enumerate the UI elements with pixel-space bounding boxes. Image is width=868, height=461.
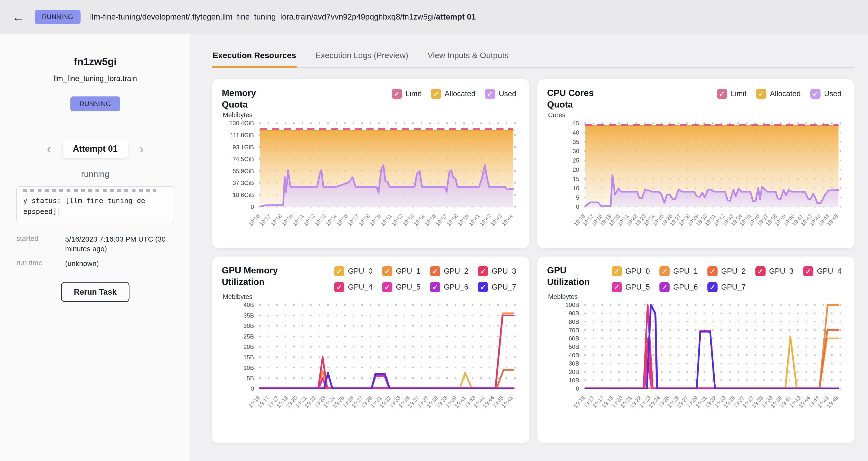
legend-item-gpu_1[interactable]: ✓GPU_1 <box>382 266 421 276</box>
gpu-memory-utilization-plot: 05B10B15B20B25B30B35B40B19:1619:1719:171… <box>222 301 520 419</box>
legend-item-gpu_6[interactable]: ✓GPU_6 <box>659 282 698 292</box>
svg-text:15B: 15B <box>244 354 254 361</box>
chart-title: GPU Utilization <box>547 265 590 288</box>
svg-text:19:34: 19:34 <box>412 213 426 227</box>
svg-text:0: 0 <box>251 385 254 392</box>
svg-text:19:16: 19:16 <box>247 213 261 227</box>
svg-text:20: 20 <box>572 166 579 173</box>
svg-text:19:44: 19:44 <box>500 213 514 227</box>
svg-text:19:23: 19:23 <box>313 213 327 227</box>
svg-text:20B: 20B <box>244 344 254 350</box>
legend-item-gpu_4[interactable]: ✓GPU_4 <box>803 266 841 276</box>
legend-item-gpu_3[interactable]: ✓GPU_3 <box>478 266 516 276</box>
prev-attempt-icon[interactable]: ‹ <box>47 142 51 155</box>
next-attempt-icon[interactable]: › <box>140 142 144 155</box>
checkbox-checked-icon[interactable]: ✓ <box>717 89 727 99</box>
checkbox-checked-icon[interactable]: ✓ <box>392 89 402 99</box>
legend-item-gpu_7[interactable]: ✓GPU_7 <box>478 282 516 292</box>
svg-text:30B: 30B <box>569 360 579 367</box>
checkbox-checked-icon[interactable]: ✓ <box>334 282 344 292</box>
status-badge: RUNNING <box>35 10 81 24</box>
checkbox-checked-icon[interactable]: ✓ <box>478 282 488 292</box>
svg-text:30B: 30B <box>244 322 254 329</box>
legend-label: Limit <box>406 89 421 98</box>
checkbox-checked-icon[interactable]: ✓ <box>478 266 488 276</box>
legend-item-allocated[interactable]: ✓Allocated <box>756 89 801 99</box>
legend-label: GPU_1 <box>396 267 421 276</box>
checkbox-checked-icon[interactable]: ✓ <box>707 266 717 276</box>
log-line: epspeed]| <box>23 206 167 217</box>
breadcrumb-path: llm-fine-tuning/development/.flytegen.ll… <box>90 12 436 21</box>
checkbox-checked-icon[interactable]: ✓ <box>612 266 622 276</box>
checkbox-checked-icon[interactable]: ✓ <box>755 266 766 276</box>
legend-label: GPU_6 <box>673 283 698 291</box>
checkbox-checked-icon[interactable]: ✓ <box>431 89 441 99</box>
chart-card-memory-quota: Memory Quota✓Limit✓Allocated✓UsedMebibyt… <box>212 79 529 248</box>
chart-card-gpu-memory-utilization: GPU Memory Utilization✓GPU_0✓GPU_1✓GPU_2… <box>212 256 529 443</box>
legend-item-used[interactable]: ✓Used <box>485 89 516 99</box>
legend-item-used[interactable]: ✓Used <box>810 89 841 99</box>
checkbox-checked-icon[interactable]: ✓ <box>659 282 670 292</box>
legend-label: Allocated <box>444 89 475 98</box>
svg-text:19:27: 19:27 <box>346 213 360 227</box>
legend-item-gpu_5[interactable]: ✓GPU_5 <box>382 282 421 292</box>
legend-item-gpu_6[interactable]: ✓GPU_6 <box>430 282 468 292</box>
tab-view-inputs-outputs[interactable]: View Inputs & Outputs <box>427 48 509 67</box>
svg-text:45: 45 <box>572 120 579 127</box>
svg-text:35B: 35B <box>244 312 254 319</box>
legend-label: GPU_5 <box>625 283 650 291</box>
legend-item-gpu_0[interactable]: ✓GPU_0 <box>612 266 650 276</box>
back-arrow-icon[interactable]: ← <box>11 10 25 24</box>
legend-label: GPU_7 <box>492 283 516 291</box>
gpu-utilization-plot: 010B20B30B40B50B60B70B80B90B100B19:1619:… <box>547 301 845 419</box>
rerun-task-button[interactable]: Rerun Task <box>61 282 129 302</box>
svg-text:19:43: 19:43 <box>490 213 503 227</box>
tabs: Execution ResourcesExecution Logs (Previ… <box>212 48 855 68</box>
clipped-log-line <box>23 189 156 192</box>
legend-item-gpu_7[interactable]: ✓GPU_7 <box>707 282 746 292</box>
checkbox-checked-icon[interactable]: ✓ <box>707 282 717 292</box>
checkbox-checked-icon[interactable]: ✓ <box>382 266 392 276</box>
legend-item-limit[interactable]: ✓Limit <box>392 89 421 99</box>
checkbox-checked-icon[interactable]: ✓ <box>659 266 670 276</box>
legend-label: GPU_5 <box>396 283 421 291</box>
checkbox-checked-icon[interactable]: ✓ <box>382 282 392 292</box>
log-snippet[interactable]: y status: [llm-fine-tuning-de epspeed]| <box>17 186 174 223</box>
checkbox-checked-icon[interactable]: ✓ <box>756 89 766 99</box>
tab-execution-resources[interactable]: Execution Resources <box>212 48 297 67</box>
attempt-phase: running <box>13 169 177 179</box>
svg-text:0: 0 <box>251 204 254 210</box>
attempt-selector[interactable]: Attempt 01 <box>63 140 128 158</box>
legend-item-gpu_1[interactable]: ✓GPU_1 <box>659 266 698 276</box>
legend-item-gpu_0[interactable]: ✓GPU_0 <box>334 266 373 276</box>
svg-text:19:38: 19:38 <box>445 213 459 227</box>
legend-item-gpu_5[interactable]: ✓GPU_5 <box>612 282 650 292</box>
svg-text:15: 15 <box>572 176 579 182</box>
legend-item-limit[interactable]: ✓Limit <box>717 89 746 99</box>
tab-execution-logs-preview-[interactable]: Execution Logs (Preview) <box>315 48 409 67</box>
chart-card-cpu-cores-quota: CPU Cores Quota✓Limit✓Allocated✓UsedCore… <box>537 79 855 248</box>
runtime-value: (unknown) <box>65 259 174 269</box>
svg-text:0: 0 <box>576 385 579 392</box>
checkbox-checked-icon[interactable]: ✓ <box>485 89 495 99</box>
checkbox-checked-icon[interactable]: ✓ <box>430 266 440 276</box>
legend-label: GPU_3 <box>492 267 516 276</box>
checkbox-checked-icon[interactable]: ✓ <box>334 266 344 276</box>
legend-label: GPU_7 <box>721 283 746 291</box>
svg-text:5B: 5B <box>247 375 254 381</box>
legend-item-gpu_2[interactable]: ✓GPU_2 <box>707 266 746 276</box>
legend-item-allocated[interactable]: ✓Allocated <box>431 89 475 99</box>
legend-label: GPU_4 <box>817 267 841 276</box>
chart-legend: ✓GPU_0✓GPU_1✓GPU_2✓GPU_3✓GPU_4✓GPU_5✓GPU… <box>612 265 845 292</box>
svg-text:37.3GiB: 37.3GiB <box>233 180 254 186</box>
svg-text:70B: 70B <box>569 327 579 334</box>
legend-item-gpu_3[interactable]: ✓GPU_3 <box>755 266 794 276</box>
legend-item-gpu_2[interactable]: ✓GPU_2 <box>430 266 468 276</box>
checkbox-checked-icon[interactable]: ✓ <box>803 266 813 276</box>
checkbox-checked-icon[interactable]: ✓ <box>430 282 440 292</box>
legend-item-gpu_4[interactable]: ✓GPU_4 <box>334 282 373 292</box>
svg-text:35: 35 <box>572 139 579 145</box>
checkbox-checked-icon[interactable]: ✓ <box>810 89 820 99</box>
cpu-cores-quota-plot: 05101520253035404519:1619:1719:1819:1919… <box>547 119 845 237</box>
checkbox-checked-icon[interactable]: ✓ <box>612 282 622 292</box>
